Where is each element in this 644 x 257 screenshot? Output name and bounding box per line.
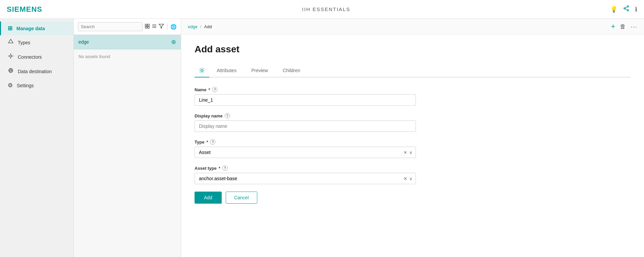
list-icon[interactable]: [152, 23, 157, 30]
delete-action-icon[interactable]: 🗑: [620, 23, 626, 30]
breadcrumb-separator: /: [200, 24, 202, 29]
sidebar-item-label: Types: [18, 40, 30, 45]
tab-gear[interactable]: [195, 64, 209, 78]
name-help-icon[interactable]: ?: [212, 87, 217, 92]
expand-icon[interactable]: [145, 23, 150, 30]
sidebar: ⊞ Manage data Types Connectors: [0, 19, 74, 257]
asset-panel-toolbar: 🌐: [74, 19, 181, 35]
asset-type-select-icons: ✕ ∨: [404, 176, 413, 181]
asset-type-select-wrapper: anchor.asset-base ✕ ∨: [195, 173, 416, 184]
svg-rect-14: [148, 27, 149, 28]
connectors-icon: [8, 53, 14, 61]
tab-attributes[interactable]: Attributes: [209, 64, 244, 77]
asset-type-clear-icon[interactable]: ✕: [404, 176, 407, 181]
divider: [167, 23, 167, 30]
edge-add-icon[interactable]: ⊕: [171, 38, 176, 46]
svg-marker-18: [159, 24, 164, 28]
asset-panel: 🌐 edge ⊕ No assets found: [74, 19, 181, 257]
svg-point-6: [10, 55, 12, 57]
display-name-label: Display name ?: [195, 113, 631, 118]
add-action-icon[interactable]: +: [611, 22, 615, 31]
cancel-button[interactable]: Cancel: [226, 192, 257, 204]
form-buttons: Add Cancel: [195, 192, 631, 204]
svg-marker-5: [8, 39, 13, 43]
search-input[interactable]: [78, 22, 143, 31]
type-chevron-icon[interactable]: ∨: [409, 150, 413, 155]
type-select-icons: ✕ ∨: [404, 150, 413, 155]
name-field-group: Name * ?: [195, 87, 631, 106]
main-layout: ⊞ Manage data Types Connectors: [0, 19, 644, 257]
svg-rect-13: [145, 27, 147, 28]
breadcrumb-current: Add: [204, 24, 212, 29]
asset-type-label: Asset type * ?: [195, 165, 631, 171]
breadcrumb-actions: + 🗑 ···: [611, 22, 637, 31]
toolbar-icons: 🌐: [145, 23, 177, 30]
manage-data-icon: ⊞: [8, 25, 12, 32]
info-icon[interactable]: ℹ: [635, 6, 637, 13]
data-destination-icon: [8, 67, 14, 75]
breadcrumb-link[interactable]: edge: [188, 24, 198, 29]
sidebar-item-manage-data[interactable]: ⊞ Manage data: [0, 21, 73, 35]
tabs: Attributes Preview Children: [195, 64, 631, 78]
type-required: *: [206, 140, 208, 145]
svg-line-4: [625, 9, 627, 10]
main-content: edge / Add + 🗑 ··· Add asset: [181, 19, 644, 257]
asset-type-field-group: Asset type * ? anchor.asset-base ✕ ∨: [195, 165, 631, 184]
edge-label: edge: [78, 39, 89, 45]
tab-children[interactable]: Children: [275, 64, 308, 77]
name-label: Name * ?: [195, 87, 631, 92]
asset-type-required: *: [219, 166, 220, 171]
svg-point-2: [624, 8, 625, 9]
types-icon: [8, 39, 14, 46]
sidebar-item-label: Data destination: [18, 69, 52, 74]
type-clear-icon[interactable]: ✕: [404, 150, 407, 155]
display-name-field-group: Display name ?: [195, 113, 631, 132]
more-action-icon[interactable]: ···: [631, 23, 637, 31]
type-select-wrapper: Asset ✕ ∨: [195, 147, 416, 158]
svg-point-0: [627, 6, 629, 7]
no-assets-message: No assets found: [74, 49, 181, 64]
type-field-group: Type * ? Asset ✕ ∨: [195, 139, 631, 158]
settings-icon: ⚙: [8, 82, 13, 89]
svg-point-19: [201, 69, 203, 71]
type-help-icon[interactable]: ?: [210, 139, 215, 145]
type-select[interactable]: Asset: [195, 147, 416, 158]
filter-icon[interactable]: [159, 23, 164, 30]
name-input[interactable]: [195, 94, 416, 106]
svg-rect-12: [148, 24, 149, 26]
svg-line-3: [625, 7, 627, 8]
siemens-logo: SIEMENS: [7, 5, 42, 14]
sidebar-item-label: Connectors: [18, 54, 42, 60]
add-button[interactable]: Add: [195, 192, 222, 204]
lightbulb-icon[interactable]: 💡: [610, 6, 618, 13]
share-icon[interactable]: [623, 5, 630, 13]
asset-type-select[interactable]: anchor.asset-base: [195, 173, 416, 184]
sidebar-item-settings[interactable]: ⚙ Settings: [0, 79, 73, 92]
sidebar-item-data-destination[interactable]: Data destination: [0, 64, 73, 79]
page-title: Add asset: [195, 44, 631, 55]
topbar-icons: 💡 ℹ: [610, 5, 637, 13]
breadcrumb: edge / Add: [188, 24, 212, 29]
sidebar-item-label: Manage data: [16, 26, 45, 31]
edge-item[interactable]: edge ⊕: [74, 35, 181, 49]
tab-preview[interactable]: Preview: [244, 64, 275, 77]
globe-icon[interactable]: 🌐: [170, 24, 177, 30]
asset-type-help-icon[interactable]: ?: [222, 165, 228, 171]
display-name-input[interactable]: [195, 120, 416, 132]
svg-point-1: [627, 10, 629, 11]
sidebar-item-label: Settings: [17, 83, 34, 88]
svg-rect-11: [145, 24, 147, 26]
topbar: SIEMENS IIH ESSENTIALS 💡 ℹ: [0, 0, 644, 19]
asset-type-chevron-icon[interactable]: ∨: [409, 176, 413, 181]
sidebar-item-connectors[interactable]: Connectors: [0, 50, 73, 64]
content-area: Add asset Attributes Preview Children Na…: [181, 35, 644, 257]
display-name-help-icon[interactable]: ?: [225, 113, 230, 118]
name-required: *: [208, 87, 210, 92]
type-label: Type * ?: [195, 139, 631, 145]
sidebar-item-types[interactable]: Types: [0, 35, 73, 50]
app-title: IIH ESSENTIALS: [302, 6, 351, 12]
breadcrumb-bar: edge / Add + 🗑 ···: [181, 19, 644, 35]
